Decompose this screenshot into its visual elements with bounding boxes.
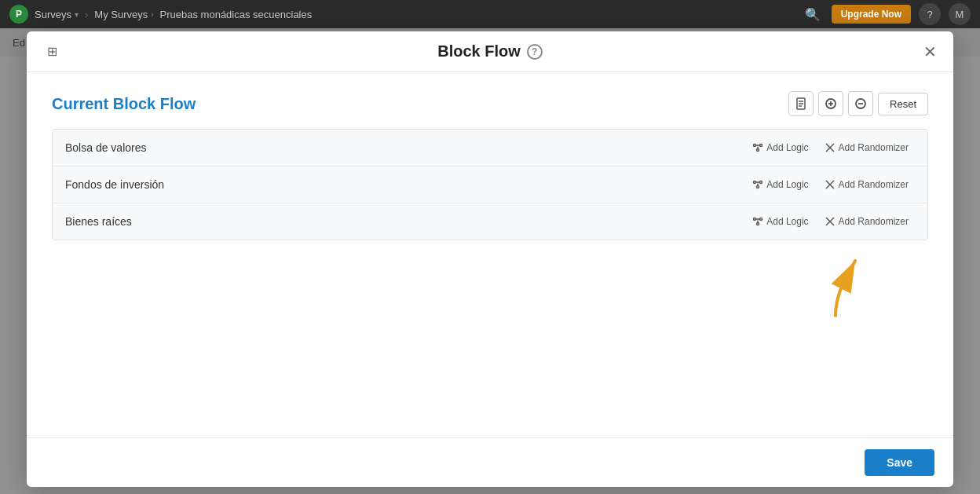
zoom-in-button[interactable] [818,91,843,116]
add-randomizer-button-1[interactable]: Add Randomizer [818,139,915,156]
modal-overlay: ⊞ Block Flow ? ✕ Current Block Flow [0,28,980,494]
modal-help-icon[interactable]: ? [527,44,543,60]
top-navigation: P Surveys ▾ › My Surveys › Pruebas monád… [0,0,980,28]
modal-body: Current Block Flow [27,72,953,437]
user-avatar[interactable]: M [949,3,971,25]
block-flow-modal: ⊞ Block Flow ? ✕ Current Block Flow [27,31,953,487]
svg-point-25 [757,223,759,225]
grid-icon[interactable]: ⊞ [39,39,64,64]
modal-title: Block Flow [437,42,521,60]
nav-sep-1: › [85,9,88,20]
save-button[interactable]: Save [865,449,934,476]
add-logic-button-1[interactable]: Add Logic [746,139,814,156]
modal-close-button[interactable]: ✕ [919,41,941,63]
table-row: Fondos de inversión Add Logic [53,166,927,203]
block-actions-1: Add Logic Add Randomizer [746,139,915,156]
svg-point-10 [760,145,762,147]
help-button[interactable]: ? [919,3,941,25]
svg-point-17 [760,181,762,184]
svg-point-9 [754,145,756,147]
table-row: Bienes raíces Add Logic [53,203,927,240]
block-actions-3: Add Logic Add Randomizer [746,213,915,230]
section-controls: Reset [788,91,928,116]
my-surveys-chevron-icon: › [151,10,153,19]
nav-right-controls: 🔍 Upgrade Now ? M [802,3,971,25]
add-randomizer-button-3[interactable]: Add Randomizer [818,213,915,230]
block-name-1: Bolsa de valores [65,141,147,154]
reset-button[interactable]: Reset [878,93,928,115]
svg-point-18 [757,186,759,188]
svg-point-11 [757,149,759,152]
nav-my-surveys[interactable]: My Surveys › [94,9,153,20]
svg-point-23 [754,218,756,221]
add-logic-button-2[interactable]: Add Logic [746,176,814,193]
section-header: Current Block Flow [52,91,928,116]
modal-footer: Save [27,437,953,487]
block-name-3: Bienes raíces [65,215,132,228]
surveys-chevron-icon: ▾ [75,10,79,19]
document-icon-button[interactable] [788,91,814,116]
add-logic-button-3[interactable]: Add Logic [746,213,814,230]
arrow-annotation [804,253,867,327]
modal-header-left: ⊞ [39,39,64,64]
section-title: Current Block Flow [52,95,196,113]
upgrade-button[interactable]: Upgrade Now [832,5,911,24]
table-row: Bolsa de valores Add Logic [53,130,927,166]
nav-survey-name[interactable]: Pruebas monádicas secuenciales [160,9,313,20]
block-actions-2: Add Logic Add Randomizer [746,176,915,193]
block-list: Bolsa de valores Add Logic [52,129,928,240]
zoom-out-button[interactable] [848,91,873,116]
nav-surveys[interactable]: Surveys ▾ [35,9,79,20]
nav-logo: P [9,5,28,24]
search-button[interactable]: 🔍 [802,3,824,25]
add-randomizer-button-2[interactable]: Add Randomizer [818,176,915,193]
svg-point-16 [754,181,756,184]
modal-header: ⊞ Block Flow ? ✕ [27,31,953,72]
svg-point-24 [760,218,762,221]
block-name-2: Fondos de inversión [65,178,164,191]
